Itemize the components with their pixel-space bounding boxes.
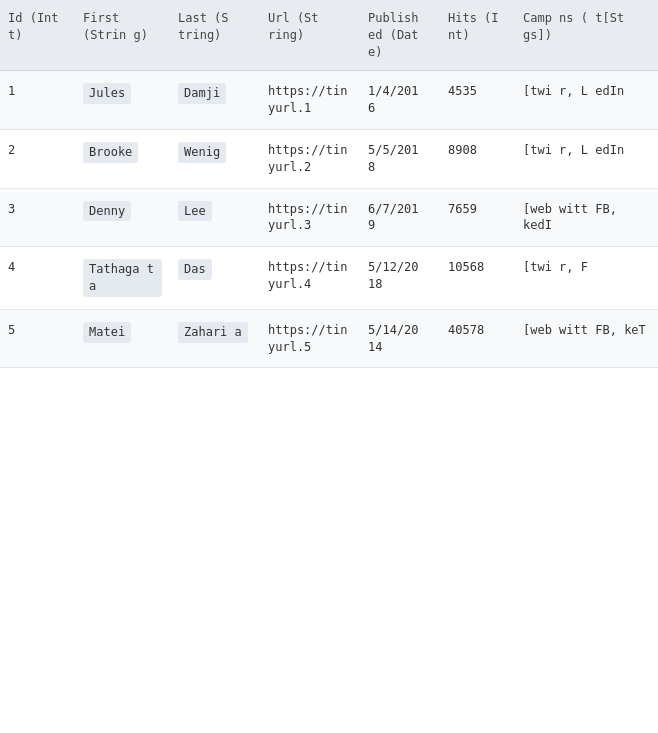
first-badge: Denny [83, 201, 131, 222]
cell-campaigns: [twi r, L edIn [515, 129, 658, 188]
col-header-first: First (Strin g) [75, 0, 170, 71]
cell-last: Wenig [170, 129, 260, 188]
col-header-hits: Hits (I nt) [440, 0, 515, 71]
cell-published: 5/5/201 8 [360, 129, 440, 188]
cell-id: 2 [0, 129, 75, 188]
data-table: Id (Int t)First (Strin g)Last (S tring)U… [0, 0, 658, 368]
cell-id: 4 [0, 247, 75, 310]
col-header-published: Publish ed (Dat e) [360, 0, 440, 71]
cell-published: 5/14/20 14 [360, 309, 440, 368]
table-row: 2BrookeWenighttps://tin yurl.25/5/201 88… [0, 129, 658, 188]
cell-first: Matei [75, 309, 170, 368]
cell-campaigns: [twi r, L edIn [515, 71, 658, 130]
last-badge: Das [178, 259, 212, 280]
last-badge: Wenig [178, 142, 226, 163]
cell-published: 6/7/201 9 [360, 188, 440, 247]
cell-first: Jules [75, 71, 170, 130]
cell-url: https://tin yurl.4 [260, 247, 360, 310]
table-row: 3DennyLeehttps://tin yurl.36/7/201 97659… [0, 188, 658, 247]
last-badge: Zahari a [178, 322, 248, 343]
table-row: 5MateiZahari ahttps://tin yurl.55/14/20 … [0, 309, 658, 368]
cell-campaigns: [web witt FB, kedI [515, 188, 658, 247]
cell-published: 5/12/20 18 [360, 247, 440, 310]
last-badge: Lee [178, 201, 212, 222]
cell-hits: 8908 [440, 129, 515, 188]
col-header-id: Id (Int t) [0, 0, 75, 71]
first-badge: Matei [83, 322, 131, 343]
cell-first: Brooke [75, 129, 170, 188]
cell-campaigns: [twi r, F [515, 247, 658, 310]
cell-id: 5 [0, 309, 75, 368]
table-row: 4Tathaga taDashttps://tin yurl.45/12/20 … [0, 247, 658, 310]
col-header-campaigns: Camp ns ( t[St gs]) [515, 0, 658, 71]
cell-hits: 10568 [440, 247, 515, 310]
col-header-url: Url (St ring) [260, 0, 360, 71]
last-badge: Damji [178, 83, 226, 104]
cell-url: https://tin yurl.1 [260, 71, 360, 130]
cell-last: Lee [170, 188, 260, 247]
cell-first: Tathaga ta [75, 247, 170, 310]
table-row: 1JulesDamjihttps://tin yurl.11/4/201 645… [0, 71, 658, 130]
cell-last: Das [170, 247, 260, 310]
cell-last: Damji [170, 71, 260, 130]
cell-first: Denny [75, 188, 170, 247]
cell-last: Zahari a [170, 309, 260, 368]
cell-url: https://tin yurl.2 [260, 129, 360, 188]
first-badge: Jules [83, 83, 131, 104]
cell-url: https://tin yurl.5 [260, 309, 360, 368]
cell-campaigns: [web witt FB, keT [515, 309, 658, 368]
first-badge: Brooke [83, 142, 138, 163]
first-badge: Tathaga ta [83, 259, 162, 297]
cell-id: 3 [0, 188, 75, 247]
cell-url: https://tin yurl.3 [260, 188, 360, 247]
col-header-last: Last (S tring) [170, 0, 260, 71]
cell-id: 1 [0, 71, 75, 130]
cell-hits: 4535 [440, 71, 515, 130]
cell-hits: 7659 [440, 188, 515, 247]
cell-published: 1/4/201 6 [360, 71, 440, 130]
cell-hits: 40578 [440, 309, 515, 368]
